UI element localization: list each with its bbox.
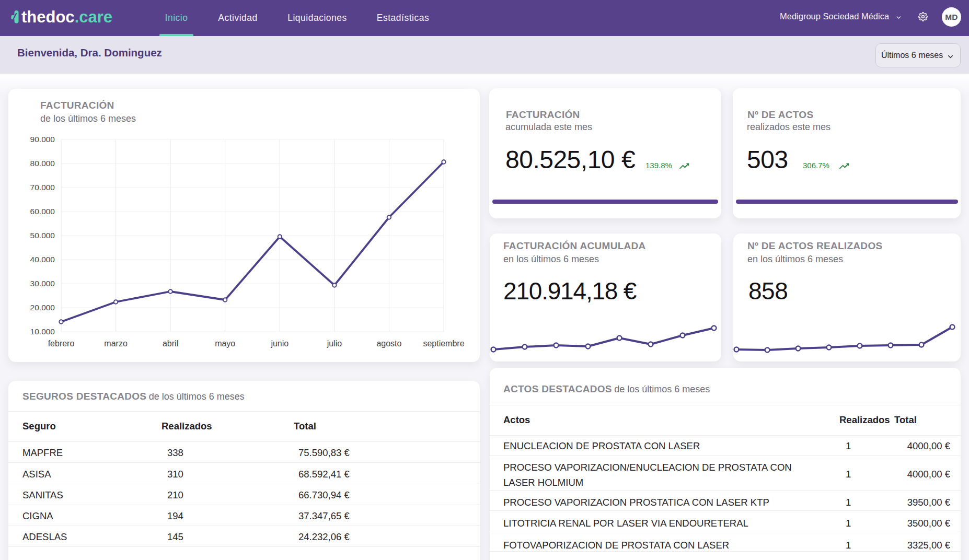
svg-text:mayo: mayo	[215, 339, 235, 348]
svg-text:90.000: 90.000	[30, 135, 55, 144]
svg-text:abril: abril	[163, 339, 178, 348]
svg-text:febrero: febrero	[48, 339, 75, 348]
svg-text:30.000: 30.000	[30, 279, 55, 288]
svg-text:marzo: marzo	[104, 339, 128, 348]
svg-text:julio: julio	[327, 339, 342, 348]
svg-text:40.000: 40.000	[30, 255, 55, 264]
svg-text:20.000: 20.000	[30, 303, 55, 312]
svg-text:70.000: 70.000	[30, 183, 55, 192]
svg-text:60.000: 60.000	[30, 207, 55, 216]
svg-text:septiembre: septiembre	[423, 339, 464, 348]
svg-text:junio: junio	[270, 339, 289, 348]
svg-text:10.000: 10.000	[30, 327, 55, 336]
svg-text:50.000: 50.000	[30, 231, 55, 240]
svg-text:agosto: agosto	[376, 339, 401, 348]
svg-text:80.000: 80.000	[30, 159, 55, 168]
